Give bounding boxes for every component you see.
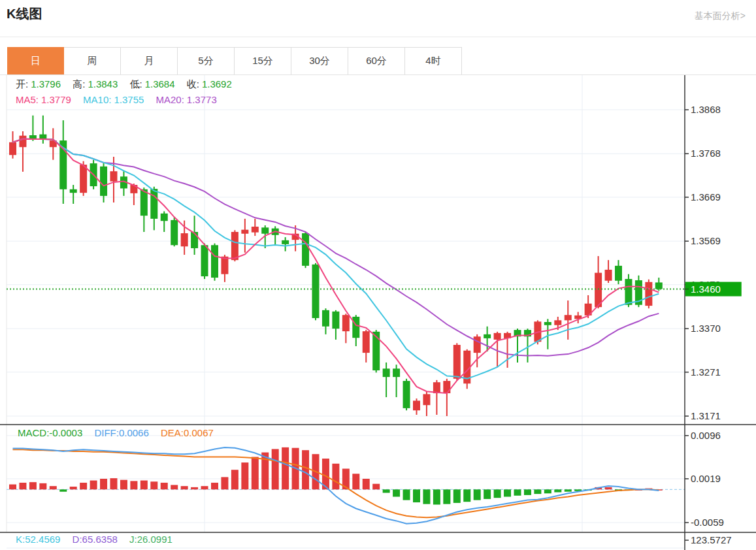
kline-chart-canvas[interactable]: 1.38681.37681.36691.35691.34701.33701.32…: [0, 75, 756, 550]
ma5-value: 1.3779: [41, 94, 71, 105]
k-value: 52.4569: [25, 534, 60, 545]
interval-tabbar: 日周月5分15分30分60分4时: [7, 47, 462, 75]
kdj-info-row: K:52.4569 D:65.6358 J:26.0991: [16, 534, 173, 545]
d-value: 65.6358: [82, 534, 118, 545]
kdj-axis-label: 123.5727: [691, 534, 732, 545]
low-value: 1.3684: [145, 78, 175, 89]
macd-axis-label: 0.0096: [691, 430, 721, 441]
tab-日[interactable]: 日: [7, 47, 64, 75]
candlestick-series: [9, 116, 663, 416]
open-value: 1.3796: [31, 78, 61, 89]
low-label: 低:: [129, 78, 142, 89]
macd-info-row: MACD:-0.0003 DIFF:0.0066 DEA:0.0067: [18, 427, 214, 438]
ohlc-info-row: 开:1.3796 高:1.3843 低:1.3684 收:1.3692: [16, 78, 232, 91]
price-axis-label: 1.3768: [691, 148, 721, 159]
dea-value: 0.0067: [184, 427, 214, 438]
high-label: 高:: [73, 78, 85, 89]
macd-value: -0.0003: [49, 427, 82, 438]
diff-label: DIFF:: [94, 427, 119, 438]
k-label: K:: [16, 534, 25, 545]
tab-60分[interactable]: 60分: [348, 47, 405, 75]
close-value: 1.3692: [202, 78, 232, 89]
d-label: D:: [73, 534, 82, 545]
ma10-label: MA10:: [83, 94, 111, 105]
diff-value: 0.0066: [119, 427, 149, 438]
high-value: 1.3843: [88, 78, 118, 89]
kline-page: K线图 基本面分析> 日周月5分15分30分60分4时 1.38681.3768…: [0, 0, 756, 550]
header-divider: [0, 37, 756, 37]
price-axis-label: 1.3370: [691, 323, 721, 334]
j-value: 26.0991: [137, 534, 173, 545]
price-axis-label: 1.3669: [691, 191, 721, 202]
tab-15分[interactable]: 15分: [235, 47, 291, 75]
j-label: J:: [129, 534, 137, 545]
ma-info-row: MA5:1.3779 MA10:1.3755 MA20:1.3773: [16, 94, 217, 105]
fundamental-analysis-link[interactable]: 基本面分析>: [695, 10, 746, 22]
tab-5分[interactable]: 5分: [178, 47, 235, 75]
tab-30分[interactable]: 30分: [291, 47, 348, 75]
macd-axis-label: 0.0019: [691, 473, 721, 484]
ma10-value: 1.3755: [114, 94, 144, 105]
close-label: 收:: [187, 78, 199, 89]
ma10-line: [13, 139, 659, 379]
ma20-value: 1.3773: [187, 94, 217, 105]
ma20-label: MA20:: [156, 94, 184, 105]
tab-4时[interactable]: 4时: [405, 47, 462, 75]
tab-月[interactable]: 月: [121, 47, 178, 75]
page-title: K线图: [7, 5, 42, 23]
macd-axis-label: -0.0059: [691, 517, 724, 528]
open-label: 开:: [16, 78, 28, 89]
price-axis-label: 1.3271: [691, 366, 721, 378]
dea-label: DEA:: [161, 427, 184, 438]
tab-周[interactable]: 周: [64, 47, 121, 75]
macd-label: MACD:: [18, 427, 49, 438]
ma5-label: MA5:: [16, 94, 39, 105]
current-price-badge-value: 1.3460: [691, 283, 721, 295]
price-axis-label: 1.3171: [691, 410, 721, 421]
price-axis-label: 1.3569: [691, 235, 721, 246]
price-axis-label: 1.3868: [691, 104, 721, 115]
